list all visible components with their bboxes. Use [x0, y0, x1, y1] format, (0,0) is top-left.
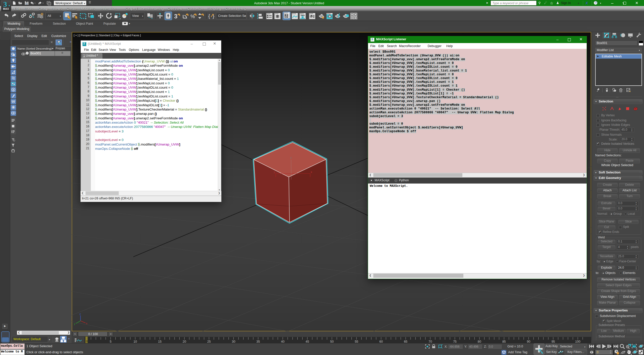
svg-text:3: 3 [174, 13, 177, 19]
svg-text:{: { [208, 13, 210, 19]
